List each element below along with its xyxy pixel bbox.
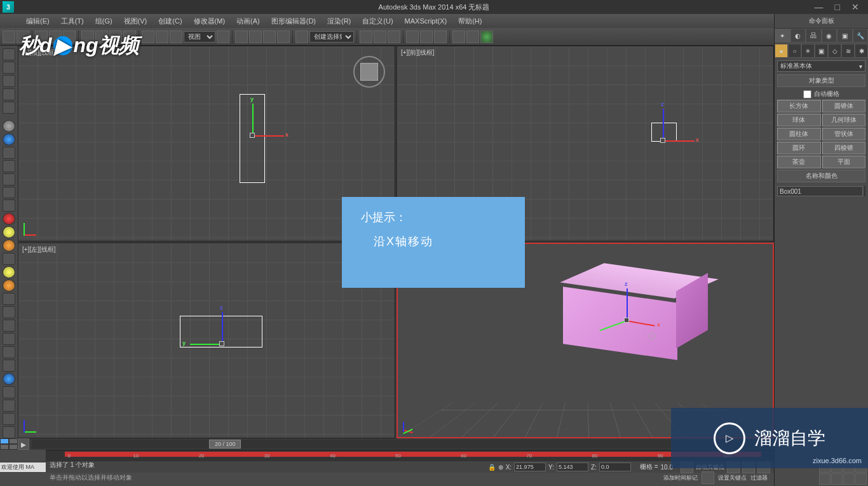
ltool-red[interactable]: [3, 213, 15, 225]
rotate-button[interactable]: [156, 30, 168, 43]
ltool-yellow[interactable]: [3, 226, 15, 238]
curve-editor-button[interactable]: [406, 30, 419, 43]
menu-animation[interactable]: 动画(A): [231, 17, 266, 26]
vp-layout-btn4[interactable]: [9, 444, 18, 450]
menu-modifier[interactable]: 修改器(M): [188, 17, 231, 26]
scale-button[interactable]: [170, 30, 182, 43]
setkey-button[interactable]: [702, 471, 714, 484]
angle-snap-button[interactable]: [249, 30, 262, 43]
mirror-button[interactable]: [360, 30, 372, 43]
object-color-swatch[interactable]: [864, 186, 865, 196]
ltool-19[interactable]: [3, 400, 15, 412]
timeline-ruler[interactable]: 0 10 20 30 40 50 60 70 80 90 100: [46, 450, 774, 461]
nav-orbit[interactable]: [843, 473, 855, 485]
ltool-13[interactable]: [3, 306, 15, 318]
menu-maxscript[interactable]: MAXScript(X): [399, 17, 453, 25]
vp-label-left[interactable]: [+][左][线框]: [22, 245, 56, 254]
ltool-20[interactable]: [3, 413, 15, 425]
ltool-5[interactable]: [3, 102, 15, 114]
coord-mode-icon[interactable]: ⊕: [498, 464, 503, 471]
tab-create[interactable]: ✦: [775, 29, 790, 43]
minimize-button[interactable]: —: [815, 2, 824, 12]
btn-sphere[interactable]: 球体: [777, 114, 821, 126]
tab-utilities[interactable]: 🔧: [853, 29, 869, 43]
snap-button[interactable]: [235, 30, 248, 43]
subtab-shapes[interactable]: ○: [788, 44, 801, 58]
tab-modify[interactable]: ◐: [790, 29, 806, 43]
menu-customize[interactable]: 自定义(U): [356, 17, 398, 26]
vp-label-front[interactable]: [+][前][线框]: [401, 48, 435, 57]
named-sel-dropdown[interactable]: 创建选择集: [309, 31, 354, 43]
tab-motion[interactable]: ◉: [822, 29, 837, 43]
subtab-spacewarps[interactable]: ≋: [841, 44, 855, 58]
menu-edit[interactable]: 编辑(E): [20, 17, 55, 26]
subtab-geometry[interactable]: ●: [775, 44, 788, 58]
lock-icon[interactable]: 🔒: [488, 464, 496, 471]
menu-group[interactable]: 组(G): [90, 17, 118, 26]
menu-render[interactable]: 渲染(R): [322, 17, 356, 26]
tab-hierarchy[interactable]: 品: [806, 29, 822, 43]
btn-tube[interactable]: 管状体: [822, 128, 866, 140]
ltool-10[interactable]: [3, 199, 15, 212]
menu-tools[interactable]: 工具(T): [55, 17, 90, 26]
object-name-input[interactable]: [777, 186, 863, 196]
ltool-8[interactable]: [3, 173, 15, 186]
ltool-yellow2[interactable]: [3, 266, 15, 278]
ltool-sphere-blue[interactable]: [3, 133, 15, 145]
tab-display[interactable]: ▣: [837, 29, 853, 43]
ltool-17[interactable]: [3, 360, 15, 372]
schematic-button[interactable]: [420, 30, 433, 43]
ltool-16[interactable]: [3, 346, 15, 358]
viewcube-icon[interactable]: [353, 56, 385, 88]
menu-graph-editor[interactable]: 图形编辑器(D): [266, 17, 322, 26]
time-slider[interactable]: 20 / 100: [32, 440, 771, 449]
ltool-6[interactable]: [3, 147, 15, 159]
pivot-button[interactable]: [217, 30, 229, 43]
ltool-12[interactable]: [3, 293, 15, 305]
viewport-left[interactable]: [+][左][线框] y z: [18, 243, 395, 438]
ltool-9[interactable]: [3, 187, 15, 199]
render-button[interactable]: [480, 30, 493, 43]
render-frame-button[interactable]: [466, 30, 479, 43]
ltool-18[interactable]: [3, 386, 15, 398]
named-sel-button[interactable]: [295, 30, 308, 43]
spinner-snap-button[interactable]: [277, 30, 290, 43]
ltool-orange2[interactable]: [3, 280, 15, 292]
render-setup-button[interactable]: [452, 30, 465, 43]
nav-pan[interactable]: [831, 473, 843, 485]
menu-create[interactable]: 创建(C): [153, 17, 187, 26]
layer-button[interactable]: [388, 30, 400, 43]
undo-button[interactable]: [3, 30, 15, 43]
ltool-1[interactable]: [3, 48, 15, 60]
vp-layout-btn2[interactable]: [9, 438, 18, 444]
coord-x-input[interactable]: [514, 462, 546, 471]
percent-snap-button[interactable]: [263, 30, 276, 43]
ltool-orange[interactable]: [3, 240, 15, 252]
move-button[interactable]: [142, 30, 154, 43]
ltool-help[interactable]: [3, 426, 15, 438]
ref-coord-dropdown[interactable]: 视图: [184, 31, 215, 43]
nav-fov[interactable]: [819, 473, 831, 485]
viewport-top[interactable]: [+][顶][线框] x y: [18, 46, 395, 241]
btn-box[interactable]: 长方体: [777, 100, 821, 112]
rollout-object-type[interactable]: 对象类型: [777, 74, 865, 87]
close-button[interactable]: ✕: [851, 2, 859, 12]
ltool-7[interactable]: [3, 160, 15, 172]
subtab-helpers[interactable]: ◇: [828, 44, 841, 58]
ltool-sphere-gray[interactable]: [3, 120, 15, 132]
btn-teapot[interactable]: 茶壶: [777, 156, 821, 168]
autogrid-checkbox[interactable]: [803, 90, 811, 98]
ltool-3[interactable]: [3, 75, 15, 87]
btn-plane[interactable]: 平面: [822, 156, 866, 168]
ltool-15[interactable]: [3, 333, 15, 345]
nav-maximize[interactable]: [855, 473, 867, 485]
primitive-dropdown[interactable]: 标准基本体▾: [777, 60, 865, 72]
maximize-button[interactable]: □: [835, 2, 840, 12]
btn-pyramid[interactable]: 四棱锥: [822, 142, 866, 154]
material-button[interactable]: [434, 30, 447, 43]
align-button[interactable]: [374, 30, 386, 43]
subtab-lights[interactable]: ☀: [801, 44, 815, 58]
btn-cylinder[interactable]: 圆柱体: [777, 128, 821, 140]
coord-y-input[interactable]: [557, 462, 588, 471]
subtab-systems[interactable]: ✱: [855, 44, 868, 58]
